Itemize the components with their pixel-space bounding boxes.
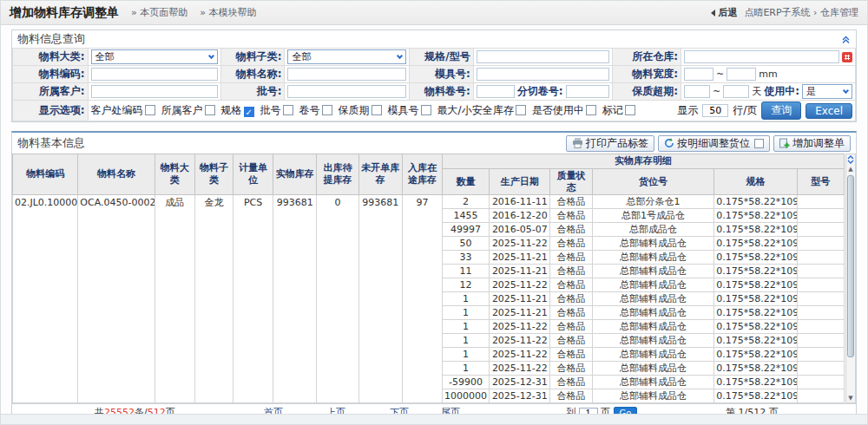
display-option[interactable]: 是否使用中 bbox=[532, 103, 596, 118]
col-header-date: 生产日期 bbox=[490, 168, 550, 195]
query-form: 物料大类: 全部 物料子类: 全部 规格/型号 所在仓库: 物料编码: 物料名称… bbox=[12, 48, 856, 121]
detail-cell-spec: 0.175*58.22*109.78 bbox=[714, 348, 797, 362]
customer-input[interactable] bbox=[91, 85, 218, 98]
detail-cell-model bbox=[797, 292, 844, 306]
roll-no-input[interactable] bbox=[477, 85, 515, 98]
adjust-location-icon bbox=[664, 138, 674, 148]
collapse-chevrons-icon[interactable] bbox=[846, 154, 855, 165]
big-class-select[interactable]: 全部 bbox=[91, 49, 218, 64]
display-option-checkbox[interactable] bbox=[205, 105, 215, 115]
page-help-link[interactable]: » 本页面帮助 bbox=[131, 6, 187, 19]
detail-cell-date: 2025-11-21 bbox=[490, 251, 550, 265]
adjust-location-button[interactable]: 按明细调整货位 bbox=[658, 135, 770, 152]
display-option[interactable]: 客户处编码 bbox=[91, 103, 155, 118]
display-option-checkbox[interactable] bbox=[421, 105, 431, 115]
expire-min-input[interactable] bbox=[684, 85, 710, 98]
scroll-down-arrow[interactable]: ▼ bbox=[848, 394, 852, 402]
warehouse-input[interactable] bbox=[684, 50, 839, 63]
add-order-button[interactable]: 增加调整单 bbox=[773, 135, 851, 152]
add-order-text: 增加调整单 bbox=[792, 136, 845, 151]
add-icon bbox=[779, 138, 790, 148]
width-min-input[interactable] bbox=[684, 68, 713, 81]
table-row[interactable]: 02.JL0.1000006OCA.0450-0002-A成品金龙PCS9936… bbox=[13, 195, 845, 209]
detail-cell-status: 合格品 bbox=[550, 195, 592, 209]
display-option[interactable]: 所属客户 bbox=[161, 103, 215, 118]
spec-model-input[interactable] bbox=[477, 50, 609, 63]
detail-cell-spec: 0.175*58.22*109.78 bbox=[714, 376, 797, 389]
detail-cell-model bbox=[797, 348, 844, 362]
big-class-value: 全部 bbox=[95, 51, 115, 62]
display-option-checkbox[interactable] bbox=[372, 105, 382, 115]
collapse-panel-icon[interactable] bbox=[841, 35, 851, 44]
detail-cell-status: 合格品 bbox=[550, 306, 592, 320]
display-option-checkbox[interactable] bbox=[625, 105, 635, 115]
detail-cell-status: 合格品 bbox=[550, 389, 592, 403]
main-cell-code: 02.JL0.1000006 bbox=[13, 195, 78, 403]
detail-cell-model bbox=[797, 278, 844, 292]
detail-cell-model bbox=[797, 306, 844, 320]
back-button[interactable]: 后退 bbox=[711, 6, 737, 19]
display-option[interactable]: 模具号 bbox=[388, 103, 431, 118]
display-option-checkbox[interactable] bbox=[244, 107, 254, 117]
page-size-input[interactable] bbox=[702, 104, 728, 117]
display-option-checkbox[interactable] bbox=[283, 105, 293, 115]
detail-cell-qty: 33 bbox=[442, 251, 489, 265]
detail-cell-spec: 0.175*58.22*109.78 bbox=[714, 251, 797, 265]
sub-class-select[interactable]: 全部 bbox=[287, 49, 406, 64]
detail-cell-spec: 0.175*58.22*109.78 bbox=[714, 223, 797, 237]
detail-group-header: 实物库存明细 bbox=[442, 154, 844, 169]
detail-cell-model bbox=[797, 209, 844, 223]
col-header-sub-class: 物料子类 bbox=[194, 154, 233, 195]
expire-max-input[interactable] bbox=[723, 85, 749, 98]
label-spec-model: 规格/型号 bbox=[410, 49, 473, 66]
module-help-link[interactable]: » 本模块帮助 bbox=[200, 6, 256, 19]
main-cell-unit: PCS bbox=[233, 195, 273, 403]
detail-cell-qty: 50 bbox=[442, 237, 489, 251]
display-option[interactable]: 卷号 bbox=[299, 103, 332, 118]
label-mould: 模具号: bbox=[410, 66, 473, 83]
detail-cell-status: 合格品 bbox=[550, 223, 592, 237]
col-header-code: 物料编码 bbox=[13, 154, 78, 195]
detail-cell-status: 合格品 bbox=[550, 237, 592, 251]
batch-no-input[interactable] bbox=[287, 85, 406, 98]
display-option[interactable]: 标记 bbox=[602, 103, 635, 118]
inventory-grid-wrap: 物料编码 物料名称 物料大类 物料子类 计量单位 实物库存 出库待提库存 未开单… bbox=[12, 154, 856, 403]
in-use-select[interactable]: 是 bbox=[802, 84, 852, 99]
print-label-text: 打印产品标签 bbox=[586, 136, 648, 151]
detail-cell-date: 2025-11-22 bbox=[490, 278, 550, 292]
material-code-input[interactable] bbox=[91, 68, 218, 81]
label-customer: 所属客户: bbox=[13, 83, 89, 101]
display-option-checkbox[interactable] bbox=[516, 105, 526, 115]
detail-cell-date: 2025-11-22 bbox=[490, 334, 550, 348]
detail-cell-date: 2025-11-22 bbox=[490, 320, 550, 334]
in-use-value: 是 bbox=[806, 86, 816, 97]
expire-unit: 天 bbox=[752, 85, 761, 98]
detail-cell-qty: 1455 bbox=[442, 209, 489, 223]
display-option-checkbox[interactable] bbox=[586, 105, 596, 115]
scrollbar-thumb[interactable] bbox=[847, 175, 854, 357]
display-option[interactable]: 最大/小安全库存 bbox=[437, 103, 526, 118]
search-button[interactable]: 查询 bbox=[761, 101, 801, 120]
detail-cell-status: 合格品 bbox=[550, 292, 592, 306]
material-name-input[interactable] bbox=[287, 68, 406, 81]
warehouse-picker-icon[interactable] bbox=[842, 52, 852, 62]
display-option[interactable]: 规格 bbox=[221, 103, 254, 118]
display-option-checkbox[interactable] bbox=[145, 105, 155, 115]
detail-cell-qty: 1000000 bbox=[442, 389, 489, 403]
display-option[interactable]: 保质期 bbox=[339, 103, 382, 118]
display-option[interactable]: 批号 bbox=[260, 103, 293, 118]
print-label-button[interactable]: 打印产品标签 bbox=[566, 135, 654, 152]
main-cell-inbound_transit: 97 bbox=[402, 195, 442, 403]
col-header-model: 型号 bbox=[797, 168, 844, 195]
vertical-scrollbar[interactable]: ▲ ▼ bbox=[845, 154, 856, 403]
mould-no-input[interactable] bbox=[477, 68, 609, 81]
excel-button[interactable]: Excel bbox=[806, 103, 852, 119]
width-max-input[interactable] bbox=[727, 68, 756, 81]
detail-cell-qty: 11 bbox=[442, 265, 489, 278]
scroll-up-arrow[interactable]: ▲ bbox=[848, 165, 852, 173]
display-option-checkbox[interactable] bbox=[322, 105, 332, 115]
adjust-location-checkbox[interactable] bbox=[754, 139, 764, 148]
detail-cell-location: 总部辅料成品仓 bbox=[592, 389, 714, 403]
slit-roll-no-input[interactable] bbox=[566, 85, 609, 98]
detail-cell-status: 合格品 bbox=[550, 320, 592, 334]
